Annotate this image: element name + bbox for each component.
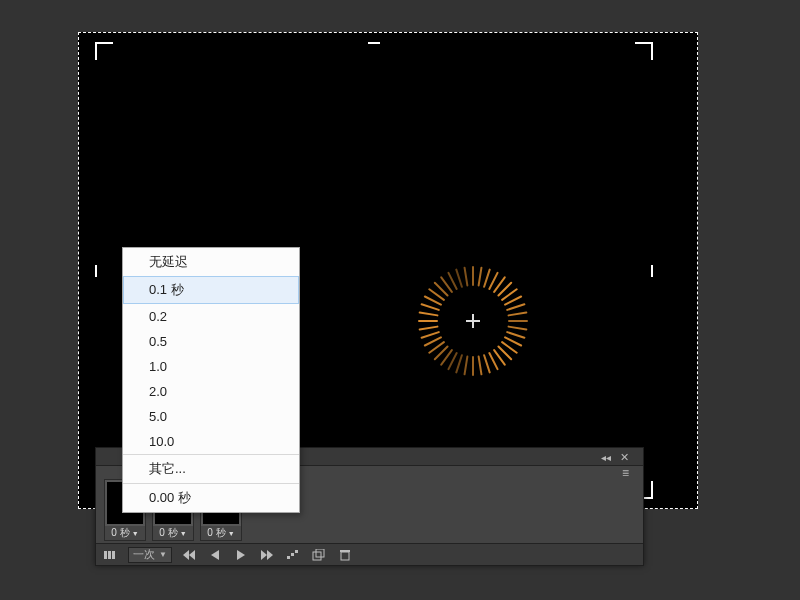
svg-line-37 <box>505 296 521 304</box>
svg-marker-48 <box>267 550 273 560</box>
play-button[interactable] <box>232 547 250 563</box>
frame-delay-dropdown[interactable]: 0 秒▼ <box>105 526 145 540</box>
delete-frame-button[interactable] <box>336 547 354 563</box>
center-crosshair-icon <box>466 314 480 328</box>
svg-line-27 <box>448 273 456 289</box>
loop-mode-label: 一次 <box>133 547 155 562</box>
delay-menu-item[interactable]: 其它... <box>123 455 299 484</box>
svg-rect-40 <box>104 551 107 559</box>
svg-line-29 <box>465 268 468 286</box>
svg-line-3 <box>505 337 521 345</box>
svg-rect-54 <box>341 552 349 560</box>
svg-marker-43 <box>183 550 189 560</box>
chevron-down-icon: ▼ <box>228 530 235 537</box>
svg-line-21 <box>420 313 438 316</box>
delay-menu-item[interactable]: 无延迟 <box>123 248 299 276</box>
chevron-down-icon: ▼ <box>132 530 139 537</box>
frame-delay-label: 0 秒 <box>159 526 177 540</box>
crop-handle-top-right[interactable] <box>635 42 653 60</box>
prev-frame-button[interactable] <box>206 547 224 563</box>
tween-button[interactable] <box>284 547 302 563</box>
rewind-button[interactable] <box>180 547 198 563</box>
crop-handle-top[interactable] <box>368 42 380 54</box>
chevron-down-icon: ▼ <box>180 530 187 537</box>
frame-delay-label: 0 秒 <box>111 526 129 540</box>
svg-line-19 <box>420 327 438 330</box>
panel-menu-icon[interactable]: ≡ <box>622 466 629 480</box>
svg-line-32 <box>484 270 490 287</box>
svg-line-39 <box>509 313 527 316</box>
duplicate-frame-button[interactable] <box>310 547 328 563</box>
timeline-toggle-icon[interactable] <box>102 547 120 563</box>
svg-rect-41 <box>108 551 111 559</box>
delay-menu-item[interactable]: 0.2 <box>123 304 299 329</box>
svg-rect-49 <box>287 556 290 559</box>
frame-delay-dropdown[interactable]: 0 秒▼ <box>201 526 241 540</box>
loop-mode-select[interactable]: 一次 ▼ <box>128 547 172 563</box>
svg-rect-42 <box>112 551 115 559</box>
svg-line-8 <box>484 355 490 372</box>
delay-menu-item[interactable]: 1.0 <box>123 354 299 379</box>
svg-rect-50 <box>291 553 294 556</box>
svg-line-38 <box>507 304 524 310</box>
svg-line-12 <box>456 355 462 372</box>
crop-handle-left[interactable] <box>95 265 107 277</box>
svg-marker-46 <box>237 550 245 560</box>
svg-line-11 <box>465 357 468 375</box>
svg-line-2 <box>507 332 524 338</box>
svg-line-17 <box>425 337 441 345</box>
frame-delay-label: 0 秒 <box>207 526 225 540</box>
svg-rect-53 <box>316 549 324 557</box>
crop-handle-right[interactable] <box>641 265 653 277</box>
frame-delay-menu[interactable]: 无延迟0.1 秒0.20.51.02.05.010.0其它...0.00 秒 <box>122 247 300 513</box>
svg-marker-47 <box>261 550 267 560</box>
svg-line-28 <box>456 270 462 287</box>
next-frame-button[interactable] <box>258 547 276 563</box>
delay-menu-item[interactable]: 0.1 秒 <box>123 276 299 304</box>
svg-line-22 <box>422 304 439 310</box>
svg-rect-51 <box>295 550 298 553</box>
svg-rect-55 <box>340 550 350 552</box>
animation-toolbar: 一次 ▼ <box>96 543 643 565</box>
delay-menu-item[interactable]: 5.0 <box>123 404 299 429</box>
svg-rect-52 <box>313 552 321 560</box>
delay-menu-item[interactable]: 0.5 <box>123 329 299 354</box>
firework-graphic <box>413 261 533 381</box>
crop-handle-top-left[interactable] <box>95 42 113 60</box>
panel-collapse-icon[interactable]: ◂◂ <box>601 452 611 463</box>
delay-menu-item[interactable]: 10.0 <box>123 429 299 455</box>
svg-marker-45 <box>211 550 219 560</box>
chevron-down-icon: ▼ <box>159 550 167 559</box>
svg-line-31 <box>479 268 482 286</box>
svg-marker-44 <box>189 550 195 560</box>
svg-line-33 <box>489 273 497 289</box>
panel-close-icon[interactable]: ✕ <box>620 451 629 464</box>
svg-line-18 <box>422 332 439 338</box>
svg-line-23 <box>425 296 441 304</box>
delay-menu-item[interactable]: 0.00 秒 <box>123 484 299 512</box>
svg-line-7 <box>489 353 497 369</box>
frame-delay-dropdown[interactable]: 0 秒▼ <box>153 526 193 540</box>
svg-line-9 <box>479 357 482 375</box>
svg-line-1 <box>509 327 527 330</box>
svg-line-13 <box>448 353 456 369</box>
delay-menu-item[interactable]: 2.0 <box>123 379 299 404</box>
